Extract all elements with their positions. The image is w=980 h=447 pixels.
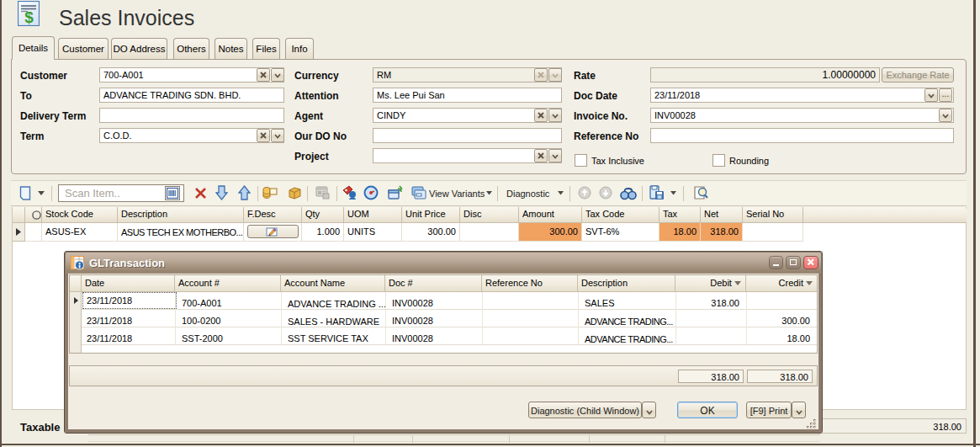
svg-text:$: $ bbox=[24, 8, 34, 26]
